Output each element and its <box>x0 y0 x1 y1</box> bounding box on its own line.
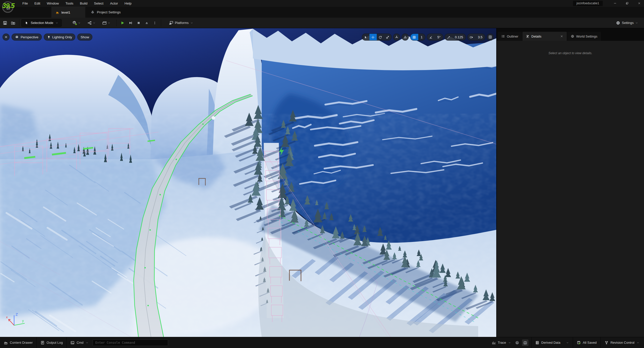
world-local-toggle[interactable] <box>393 34 400 41</box>
tab-outliner[interactable]: Outliner <box>498 32 522 41</box>
select-tool[interactable] <box>362 34 369 41</box>
view-mode-dropdown[interactable]: Lighting Only <box>44 34 75 41</box>
revision-control-dropdown[interactable]: Revision Control <box>601 337 644 348</box>
view-mode-label: Lighting Only <box>52 35 72 39</box>
platforms-dropdown[interactable]: Platforms <box>167 21 195 25</box>
revision-control-icon <box>604 341 609 345</box>
toolbar-divider <box>116 19 117 26</box>
play-options-kebab[interactable] <box>151 19 159 27</box>
menu-select[interactable]: Select <box>91 0 107 7</box>
trace-dropdown[interactable]: Trace <box>488 337 513 348</box>
stop-button[interactable] <box>135 19 143 27</box>
rotation-snap-control: 5° <box>427 34 443 41</box>
blueprints-dropdown[interactable] <box>86 21 97 25</box>
blueprints-icon <box>87 21 92 25</box>
menu-help[interactable]: Help <box>121 0 135 7</box>
quad-view-toggle[interactable] <box>487 34 494 41</box>
output-log-label: Output Log <box>47 341 63 344</box>
menu-window[interactable]: Window <box>44 0 62 7</box>
camera-speed-button[interactable] <box>468 34 475 41</box>
project-settings-menu[interactable]: Project Settings <box>87 7 124 18</box>
gear-icon <box>616 21 620 25</box>
selection-mode-dropdown[interactable]: Selection Mode <box>21 19 62 27</box>
camera-speed-value[interactable]: 3.5 <box>475 34 485 40</box>
details-icon <box>526 35 529 38</box>
billboard-sprite[interactable] <box>212 116 215 120</box>
transform-tools <box>362 34 392 41</box>
cmd-dropdown[interactable]: Cmd <box>67 337 90 348</box>
scale-snap-toggle[interactable] <box>445 34 452 41</box>
tab-level1[interactable]: level1 <box>51 7 85 18</box>
cursor-icon <box>25 21 29 25</box>
derived-data-icon <box>535 341 539 345</box>
menu-actor[interactable]: Actor <box>107 0 121 7</box>
save-status-button[interactable]: All Saved <box>573 337 600 348</box>
chevron-down-icon <box>78 21 81 24</box>
close-button[interactable] <box>635 0 643 6</box>
rotate-tool[interactable] <box>377 34 384 41</box>
rotation-snap-toggle[interactable] <box>427 34 435 41</box>
save-button[interactable] <box>1 19 9 27</box>
camera-speed-control: 3.5 <box>467 34 485 41</box>
play-button[interactable] <box>119 19 127 27</box>
lightbulb-icon <box>47 35 51 39</box>
maximize-button[interactable] <box>623 0 631 6</box>
derived-data-label: Derived Data <box>541 341 560 344</box>
browse-content-button[interactable] <box>9 19 17 27</box>
menu-file[interactable]: File <box>19 0 31 7</box>
menu-build[interactable]: Build <box>77 0 91 7</box>
axis-x-label: x <box>6 315 8 319</box>
grid-snap-toggle[interactable] <box>410 34 418 41</box>
level-viewport[interactable]: Perspective Lighting Only Show 1 5° 0 <box>0 28 496 337</box>
add-actor-dropdown[interactable] <box>71 21 83 25</box>
insights-session-button[interactable] <box>514 339 520 346</box>
minimize-button[interactable] <box>611 0 619 6</box>
scale-snap-control: 0.125 <box>445 34 466 41</box>
menu-tools[interactable]: Tools <box>62 0 77 7</box>
grid-snap-value[interactable]: 1 <box>418 34 425 40</box>
project-settings-icon <box>91 10 95 14</box>
surface-snapping-toggle[interactable] <box>402 34 409 41</box>
viewport-options-menu[interactable] <box>3 34 10 41</box>
trace-icon <box>492 341 496 345</box>
panel-tab-strip: Outliner Details World Settings <box>497 28 644 41</box>
chevron-down-icon <box>55 21 58 24</box>
chevron-down-icon <box>107 21 110 24</box>
scale-tool[interactable] <box>384 34 391 41</box>
derived-data-dropdown[interactable]: Derived Data <box>532 337 573 348</box>
tab-details[interactable]: Details <box>522 32 567 41</box>
trace-label: Trace <box>498 341 506 344</box>
move-tool[interactable] <box>369 34 377 41</box>
outliner-icon <box>501 35 505 38</box>
scale-snap-value[interactable]: 0.125 <box>452 34 466 40</box>
status-bar: Content Drawer Output Log Cmd Trace Deri… <box>0 337 644 348</box>
show-flags-dropdown[interactable]: Show <box>77 34 92 41</box>
cinematics-dropdown[interactable] <box>100 21 112 25</box>
content-drawer-button[interactable]: Content Drawer <box>0 337 36 348</box>
menu-edit[interactable]: Edit <box>31 0 44 7</box>
settings-dropdown[interactable]: Settings <box>614 21 640 25</box>
main-toolbar: Selection Mode Platforms Settings <box>0 18 644 28</box>
show-label: Show <box>81 35 89 39</box>
project-settings-label: Project Settings <box>97 10 121 14</box>
cinematics-icon <box>102 21 107 25</box>
terminal-icon <box>70 341 74 345</box>
perspective-cube-icon <box>15 35 19 39</box>
viewport-scene[interactable] <box>0 28 496 337</box>
rotation-snap-value[interactable]: 5° <box>435 34 443 40</box>
frame-skip-button[interactable] <box>127 19 135 27</box>
title-bar: File Edit Window Tools Build Select Acto… <box>0 0 644 7</box>
viewport-toolbar-left: Perspective Lighting Only Show <box>3 34 92 41</box>
perspective-label: Perspective <box>21 35 39 39</box>
chevron-down-icon <box>86 341 89 344</box>
eject-button[interactable] <box>143 19 151 27</box>
close-icon[interactable] <box>560 35 563 38</box>
output-log-button[interactable]: Output Log <box>37 337 66 348</box>
snow-slopes[interactable] <box>0 134 496 337</box>
grid-snap-control: 1 <box>410 34 425 41</box>
insights-snapshot-button[interactable] <box>522 339 528 346</box>
save-check-icon <box>577 341 581 345</box>
perspective-dropdown[interactable]: Perspective <box>12 34 42 41</box>
tab-world-settings[interactable]: World Settings <box>567 32 601 41</box>
console-command-input[interactable] <box>93 339 168 346</box>
